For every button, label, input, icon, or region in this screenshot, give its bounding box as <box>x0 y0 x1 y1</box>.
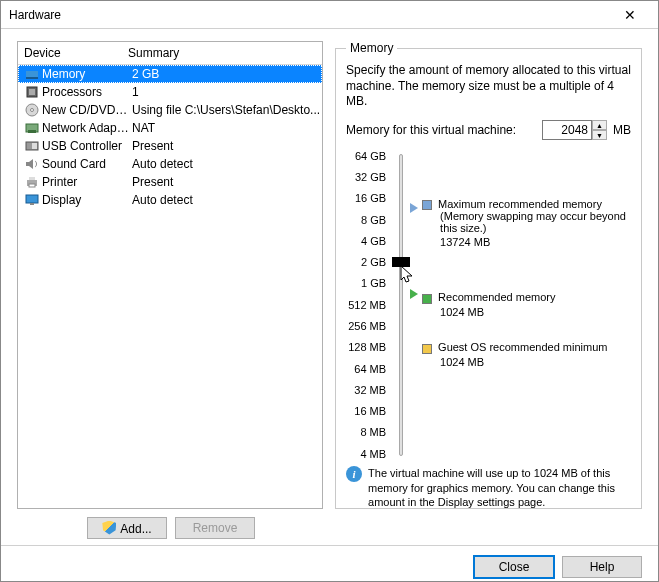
svg-rect-1 <box>26 77 38 79</box>
svg-rect-12 <box>29 184 35 187</box>
add-remove-row: Add... Remove <box>23 515 319 545</box>
device-summary: Auto detect <box>132 157 320 171</box>
legend-title: Maximum recommended memory <box>438 198 602 210</box>
legend-item: Recommended memory1024 MB <box>422 291 555 317</box>
tick-label: 16 GB <box>355 192 386 204</box>
device-summary: Using file C:\Users\Stefan\Deskto... <box>132 103 320 117</box>
device-row-cd[interactable]: New CD/DVD (...Using file C:\Users\Stefa… <box>18 101 322 119</box>
tick-label: 64 MB <box>354 363 386 375</box>
memory-spin-down[interactable]: ▼ <box>592 130 607 140</box>
memory-icon <box>24 66 40 82</box>
header-summary[interactable]: Summary <box>128 46 318 60</box>
add-button[interactable]: Add... <box>87 517 167 539</box>
tick-label: 8 MB <box>360 426 386 438</box>
memory-legend: Memory <box>346 41 397 55</box>
device-summary: Auto detect <box>132 193 320 207</box>
tick-label: 16 MB <box>354 405 386 417</box>
tick-label: 4 GB <box>361 235 386 247</box>
device-row-display[interactable]: DisplayAuto detect <box>18 191 322 209</box>
help-button[interactable]: Help <box>562 556 642 578</box>
memory-input-label: Memory for this virtual machine: <box>346 123 516 137</box>
memory-legend-column: Maximum recommended memory(Memory swappi… <box>410 150 631 460</box>
device-row-nic[interactable]: Network AdapterNAT <box>18 119 322 137</box>
memory-slider-thumb[interactable] <box>392 257 410 267</box>
memory-slider-area: 64 GB32 GB16 GB8 GB4 GB2 GB1 GB512 MB256… <box>346 150 631 460</box>
dialog-footer: Close Help <box>1 545 658 582</box>
cd-icon <box>24 102 40 118</box>
device-list-header: Device Summary <box>18 42 322 65</box>
info-icon: i <box>346 466 362 482</box>
settings-panel: Memory Specify the amount of memory allo… <box>335 41 642 509</box>
tick-label: 32 MB <box>354 384 386 396</box>
device-row-sound[interactable]: Sound CardAuto detect <box>18 155 322 173</box>
memory-input[interactable] <box>542 120 592 140</box>
svg-rect-3 <box>29 89 35 95</box>
legend-subtitle: (Memory swapping may occur beyond this s… <box>422 210 631 234</box>
device-name: New CD/DVD (... <box>42 103 130 117</box>
device-summary: Present <box>132 175 320 189</box>
memory-slider-rail <box>399 154 403 456</box>
device-name: Memory <box>42 67 130 81</box>
device-name: Printer <box>42 175 130 189</box>
legend-title: Guest OS recommended minimum <box>438 341 607 353</box>
device-name: Processors <box>42 85 130 99</box>
device-row-usb[interactable]: USB ControllerPresent <box>18 137 322 155</box>
device-row-cpu[interactable]: Processors1 <box>18 83 322 101</box>
device-summary: NAT <box>132 121 320 135</box>
device-name: USB Controller <box>42 139 130 153</box>
svg-rect-0 <box>26 71 38 77</box>
cpu-icon <box>24 84 40 100</box>
legend-item: Maximum recommended memory(Memory swappi… <box>422 198 631 248</box>
tick-label: 256 MB <box>348 320 386 332</box>
tick-label: 4 MB <box>360 448 386 460</box>
device-name: Network Adapter <box>42 121 130 135</box>
device-row-printer[interactable]: PrinterPresent <box>18 173 322 191</box>
legend-value: 1024 MB <box>422 306 555 318</box>
svg-point-5 <box>31 109 34 112</box>
tick-label: 1 GB <box>361 277 386 289</box>
memory-spin-buttons[interactable]: ▲ ▼ <box>592 120 607 140</box>
tick-label: 32 GB <box>355 171 386 183</box>
window-title: Hardware <box>9 8 61 22</box>
legend-title: Recommended memory <box>438 291 555 303</box>
memory-input-row: Memory for this virtual machine: ▲ ▼ MB <box>346 120 631 140</box>
memory-slider[interactable] <box>392 150 410 460</box>
window-close-button[interactable]: ✕ <box>610 2 650 28</box>
tick-label: 512 MB <box>348 299 386 311</box>
legend-value: 13724 MB <box>422 236 631 248</box>
tick-label: 128 MB <box>348 341 386 353</box>
printer-icon <box>24 174 40 190</box>
memory-group: Memory Specify the amount of memory allo… <box>335 41 642 509</box>
display-icon <box>24 192 40 208</box>
legend-value: 1024 MB <box>422 356 607 368</box>
remove-button: Remove <box>175 517 255 539</box>
memory-spinner[interactable]: ▲ ▼ <box>542 120 607 140</box>
svg-rect-13 <box>26 195 38 203</box>
memory-note-text: The virtual machine will use up to 1024 … <box>368 466 631 511</box>
titlebar: Hardware ✕ <box>1 1 658 29</box>
shield-icon <box>102 521 116 535</box>
svg-rect-9 <box>32 143 37 149</box>
device-summary: Present <box>132 139 320 153</box>
device-row-memory[interactable]: Memory2 GB <box>18 65 322 83</box>
memory-note: i The virtual machine will use up to 102… <box>346 466 631 511</box>
nic-icon <box>24 120 40 136</box>
svg-rect-14 <box>30 203 34 205</box>
close-button[interactable]: Close <box>474 556 554 578</box>
tick-label: 64 GB <box>355 150 386 162</box>
header-device[interactable]: Device <box>24 46 128 60</box>
content-area: Device Summary Memory2 GBProcessors1New … <box>1 29 658 515</box>
memory-spin-up[interactable]: ▲ <box>592 120 607 130</box>
device-summary: 2 GB <box>132 67 320 81</box>
device-summary: 1 <box>132 85 320 99</box>
device-list[interactable]: Memory2 GBProcessors1New CD/DVD (...Usin… <box>18 65 322 508</box>
device-name: Sound Card <box>42 157 130 171</box>
memory-unit: MB <box>613 123 631 137</box>
tick-label: 2 GB <box>361 256 386 268</box>
device-name: Display <box>42 193 130 207</box>
device-list-panel: Device Summary Memory2 GBProcessors1New … <box>17 41 323 509</box>
svg-rect-7 <box>28 130 36 133</box>
memory-ticks: 64 GB32 GB16 GB8 GB4 GB2 GB1 GB512 MB256… <box>346 150 392 460</box>
memory-description: Specify the amount of memory allocated t… <box>346 63 631 110</box>
sound-icon <box>24 156 40 172</box>
